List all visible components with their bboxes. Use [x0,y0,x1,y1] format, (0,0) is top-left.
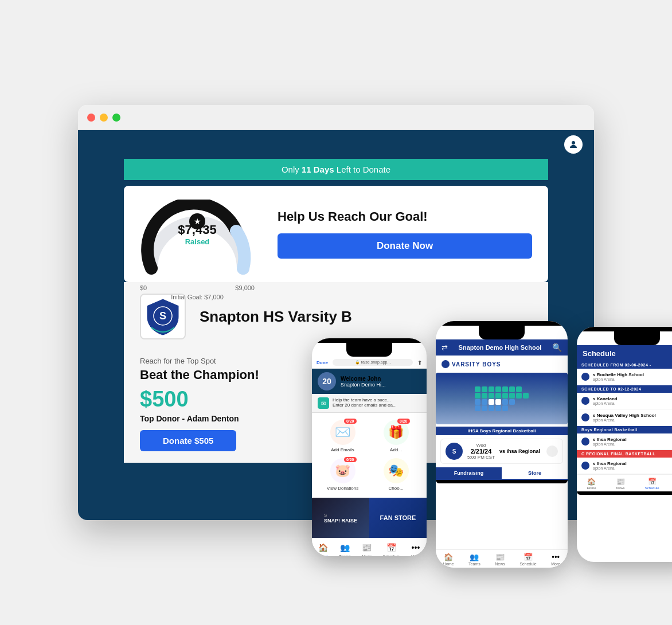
tab-fundraising[interactable]: Fundraising [436,467,502,479]
phone1-nav-news[interactable]: 📰 News [361,542,373,556]
phone2-game-date-num: 2/21/24 [467,448,495,455]
phone1-actions: ✉️ 0/20 Add Emails 🎁 0/20 Add... 🐷 0/2 [312,413,427,498]
phone1-nav-more[interactable]: ••• More [410,542,421,556]
donate-sub-button[interactable]: Donate $505 [140,430,236,451]
phone1-subtitle: Snapton Demo Hi... [341,382,386,388]
phone1-greeting: Welcome John [341,376,386,382]
phone1-choose-icon: 🎭 [384,458,409,483]
phone2-nav-schedule[interactable]: 📅 Schedule [519,553,536,566]
phone1-nav-schedule[interactable]: 📅 Schedule [383,542,400,556]
phone3-game-4: s Ihsa Regional apton Arena [577,433,672,450]
phone2-game-vs: vs Ihsa Regional [499,448,542,454]
phone2-header: ⇄ Snapton Demo High School 🔍 [436,339,568,356]
banner-prefix: Only [282,165,302,174]
home-icon: 🏠 [444,553,453,561]
phone1-nav-teams[interactable]: 👥 Teams [339,542,351,556]
phone3-schedule-title: Schedule [583,349,616,358]
phone1-fan-label: FAN STORE [380,514,416,521]
phone1-action-view-donations[interactable]: 🐷 0/20 View Donations [319,458,366,491]
phone3-schedule-list: SCHEDULED FROM 02-06-2024 - s Rochelle H… [577,361,672,474]
banner-days: 11 Days [302,165,334,174]
phone2-nav-teams[interactable]: 👥 Teams [468,553,480,566]
phone1-add-icon: 🎁 0/20 [384,420,409,445]
phone3-nav-schedule[interactable]: 📅 Schedule [645,478,659,490]
phone2-game-date: Wed 2/21/24 5:00 PM CST [467,443,495,460]
phone2-bottom-nav: 🏠 Home 👥 Teams 📰 News 📅 Schedule ••• [436,549,568,568]
phone2-game-icon [546,446,558,457]
phone1-done-label[interactable]: Done [317,360,328,365]
gauge-container: ★ $7,435 Raised $0 $9,000 Initial Goal: … [140,200,255,268]
phone3-section-regional: Boys Regional Basketball [577,426,672,433]
maximize-button[interactable] [112,114,120,122]
phone1-address: raise.snap.app... [361,360,391,364]
phone3-section-to: SCHEDULED TO 02-12-2024 [577,385,672,393]
gauge-center-text: $7,435 Raised [178,222,216,246]
schedule-icon: 📅 [523,553,533,561]
phone3-game-2: s Kaneland apton Arena [577,393,672,409]
phone1-task-text: Help the team have a succ... [333,397,397,403]
phone1-add-label: Add... [390,447,402,452]
team-logo: S [140,294,186,339]
phone3-notch [614,331,660,345]
phone1-view-donations-icon: 🐷 0/20 [330,458,355,483]
phone3-game-3-info: s Neuqua Valley High School apton Arena [593,413,672,422]
phone2-nav-news[interactable]: 📰 News [495,553,505,566]
phone3-header: Schedule ≡ [577,345,672,361]
phone3-game-3: s Neuqua Valley High School apton Arena [577,409,672,426]
phone1-fan-promo: FAN STORE [369,498,427,538]
phone1-action-add[interactable]: 🎁 0/20 Add... [372,420,420,452]
stadium-seats [436,373,568,424]
phone2-game-day: Wed [467,443,495,448]
gauge-labels: $0 $9,000 [140,284,255,291]
phone1-add-emails-label: Add Emails [331,447,354,452]
phone2-nav-home[interactable]: 🏠 Home [443,553,454,566]
phone-schedule: Schedule ≡ SCHEDULED FROM 02-06-2024 - s… [577,327,672,562]
phone1-nav-home[interactable]: 🏠 Home [317,542,329,556]
phone3-nav-home[interactable]: 🏠 Home [587,478,596,490]
news-icon: 📰 [495,553,505,561]
tab-store[interactable]: Store [502,467,568,479]
phone1-task-icon: ✉ [318,397,329,409]
phone3-game-2-info: s Kaneland apton Arena [593,396,672,405]
phone-snap-raise: Done 🔒 raise.snap.app... ⬆ 20 Welcome Jo… [312,338,427,556]
phone2-nav-more[interactable]: ••• More [551,553,560,566]
phone3-section-from: SCHEDULED FROM 02-06-2024 - [577,361,672,369]
phone2-game-time: 5:00 PM CST [467,455,495,460]
donate-now-button[interactable]: Donate Now [278,233,532,259]
phone1-action-add-emails[interactable]: ✉️ 0/20 Add Emails [319,420,366,452]
phone2-tabs: Fundraising Store [436,467,568,480]
team-dot [581,373,589,381]
phone3-game-1-info: s Rochelle High School apton Arena [593,372,672,381]
more-icon: ••• [410,542,421,553]
phone3-section-final: C REGIONAL FINAL BASKETBALL [577,450,672,458]
fundraiser-goal-title: Help Us Reach Our Goal! [278,209,532,224]
schedule-icon: 📅 [385,542,397,553]
minimize-button[interactable] [100,114,108,122]
phone2-stadium-image [436,373,568,424]
phone1-task: ✉ Help the team have a succ... Enter 20 … [312,394,427,413]
news-icon: 📰 [361,542,373,553]
gauge-raised: Raised [178,237,216,246]
team-shield-icon: S [146,298,180,335]
svg-point-0 [572,141,575,144]
phone2-varsity-label: VARSITY BOYS [442,360,562,368]
team-dot [581,438,589,446]
phone3-game-4-info: s Ihsa Regional apton Arena [593,437,672,446]
gauge-start: $0 [140,284,147,291]
donation-banner: Only 11 Days Left to Donate [124,159,548,180]
phone3-nav-news[interactable]: 📰 News [616,478,625,490]
team-dot [581,413,589,421]
phone3-bottom-nav: 🏠 Home 📰 News 📅 Schedule ••• More [577,474,672,491]
user-avatar[interactable] [564,135,583,154]
phone3-game-1: s Rochelle High School apton Arena [577,369,672,385]
news-icon: 📰 [616,478,625,486]
phone1-snap-promo: S SNAP! RAISE [312,498,369,538]
phone1-promo: S SNAP! RAISE FAN STORE [312,498,427,538]
gauge-goal: Initial Goal: $7,000 [140,294,255,300]
phone1-view-donations-label: View Donations [327,486,358,491]
phone1-action-choose[interactable]: 🎭 Choo... [372,458,420,491]
phone1-avatar: 20 [318,372,336,390]
close-button[interactable] [87,114,95,122]
fundraiser-right: Help Us Reach Our Goal! Donate Now [278,209,532,259]
gauge-end: $9,000 [235,284,255,291]
